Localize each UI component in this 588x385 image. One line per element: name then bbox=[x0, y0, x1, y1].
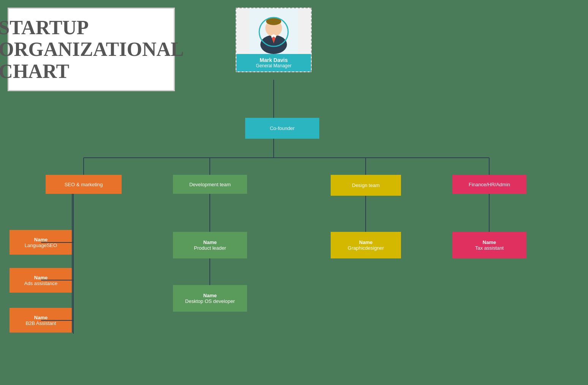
dept-finance: Finance/HR/Admin bbox=[452, 175, 526, 194]
title-box: STARTUP ORGANIZATIONAL CHART bbox=[8, 8, 175, 91]
node-ads: Name Ads assistance bbox=[10, 268, 72, 293]
node-product: Name Product leader bbox=[173, 232, 247, 258]
node-tax: Name Tax assistant bbox=[452, 232, 526, 258]
chart-title: STARTUP ORGANIZATIONAL CHART bbox=[0, 17, 184, 82]
node-b2b: Name B2B Assistant bbox=[10, 308, 72, 333]
dept-dev: Development team bbox=[173, 175, 247, 194]
gm-info: Mark Davis General Manager bbox=[236, 54, 311, 71]
node-desktop: Name Desktop OS developer bbox=[173, 285, 247, 312]
org-chart: STARTUP ORGANIZATIONAL CHART bbox=[0, 0, 588, 385]
dept-seo: SEO & marketing bbox=[46, 175, 122, 194]
gm-title-label: General Manager bbox=[239, 63, 308, 68]
dept-design: Design team bbox=[331, 175, 401, 196]
gm-card: Mark Davis General Manager bbox=[236, 8, 312, 72]
gm-name: Mark Davis bbox=[239, 57, 308, 63]
node-graphic: Name Graphicdesigner bbox=[331, 232, 401, 258]
node-lang: Name LanguageSEO bbox=[10, 230, 72, 255]
gm-avatar bbox=[236, 8, 311, 54]
cofounder-box: Co-founder bbox=[245, 118, 319, 139]
